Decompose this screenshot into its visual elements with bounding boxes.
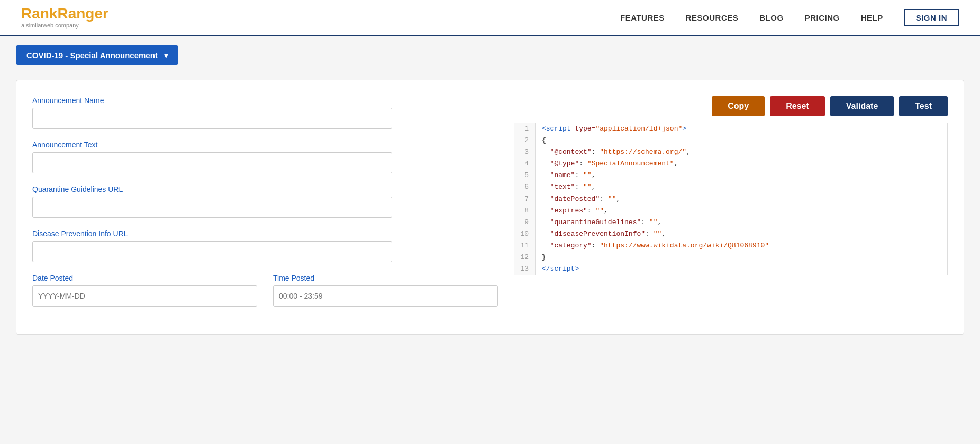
line-number: 3: [514, 146, 536, 158]
line-content: </script>: [536, 263, 579, 275]
sign-in-button[interactable]: SIGN IN: [904, 9, 959, 26]
line-content: "text": "",: [536, 181, 595, 193]
line-content: "expires": "",: [536, 205, 608, 217]
code-line: 12}: [514, 252, 947, 263]
line-content: "datePosted": "",: [536, 193, 620, 205]
code-section: Copy Reset Validate Test 1<script type="…: [514, 96, 948, 318]
logo-sub: a similarweb company: [21, 22, 108, 29]
line-number: 12: [514, 252, 536, 263]
line-content: "quarantineGuidelines": "",: [536, 217, 661, 228]
copy-button[interactable]: Copy: [712, 96, 765, 116]
schema-type-dropdown[interactable]: COVID-19 - Special Announcement ▾: [16, 45, 178, 65]
quarantine-guidelines-input[interactable]: [32, 197, 392, 218]
line-content: "@context": "https://schema.org/",: [536, 146, 691, 158]
line-content: }: [536, 252, 546, 263]
chevron-down-icon: ▾: [164, 51, 168, 60]
time-posted-group: Time Posted: [273, 274, 498, 307]
code-line: 6 "text": "",: [514, 181, 947, 193]
announcement-text-label: Announcement Text: [32, 141, 498, 149]
time-posted-input[interactable]: [273, 285, 498, 307]
line-content: "name": "",: [536, 170, 595, 181]
date-time-row: Date Posted Time Posted: [32, 274, 498, 318]
line-number: 5: [514, 170, 536, 181]
main-nav: FEATURES RESOURCES BLOG PRICING HELP SIG…: [620, 9, 959, 26]
line-number: 9: [514, 217, 536, 228]
nav-blog[interactable]: BLOG: [759, 13, 783, 22]
disease-prevention-label: Disease Prevention Info URL: [32, 229, 498, 238]
line-number: 8: [514, 205, 536, 217]
logo-text: RankRanger: [21, 6, 108, 21]
quarantine-guidelines-label: Quarantine Guidelines URL: [32, 185, 498, 193]
code-line: 11 "category": "https://www.wikidata.org…: [514, 240, 947, 252]
code-line: 2{: [514, 135, 947, 146]
line-number: 4: [514, 158, 536, 170]
line-number: 2: [514, 135, 536, 146]
disease-prevention-input[interactable]: [32, 241, 392, 262]
line-content: "category": "https://www.wikidata.org/wi…: [536, 240, 769, 252]
line-number: 7: [514, 193, 536, 205]
dropdown-bar: COVID-19 - Special Announcement ▾: [0, 36, 980, 75]
code-line: 1<script type="application/ld+json">: [514, 123, 947, 135]
nav-pricing[interactable]: PRICING: [805, 13, 840, 22]
nav-help[interactable]: HELP: [861, 13, 883, 22]
code-line: 10 "diseasePreventionInfo": "",: [514, 228, 947, 240]
announcement-name-label: Announcement Name: [32, 96, 498, 105]
nav-resources[interactable]: RESOURCES: [686, 13, 739, 22]
logo-rank: Rank: [21, 5, 57, 22]
logo-ranger: Ranger: [57, 5, 108, 22]
nav-features[interactable]: FEATURES: [620, 13, 665, 22]
line-content: "diseasePreventionInfo": "",: [536, 228, 666, 240]
line-number: 13: [514, 263, 536, 275]
code-line: 4 "@type": "SpecialAnnouncement",: [514, 158, 947, 170]
code-line: 9 "quarantineGuidelines": "",: [514, 217, 947, 228]
announcement-text-group: Announcement Text: [32, 141, 498, 173]
header: RankRanger a similarweb company FEATURES…: [0, 0, 980, 36]
quarantine-guidelines-group: Quarantine Guidelines URL: [32, 185, 498, 218]
date-posted-input[interactable]: [32, 285, 257, 307]
test-button[interactable]: Test: [899, 96, 948, 116]
line-content: <script type="application/ld+json">: [536, 123, 686, 135]
line-number: 1: [514, 123, 536, 135]
line-number: 11: [514, 240, 536, 252]
reset-button[interactable]: Reset: [770, 96, 825, 116]
main-content: Announcement Name Announcement Text Quar…: [16, 80, 964, 335]
logo: RankRanger a similarweb company: [21, 6, 108, 29]
announcement-name-input[interactable]: [32, 108, 392, 129]
date-posted-label: Date Posted: [32, 274, 257, 282]
code-line: 7 "datePosted": "",: [514, 193, 947, 205]
line-content: {: [536, 135, 546, 146]
announcement-name-group: Announcement Name: [32, 96, 498, 129]
form-section: Announcement Name Announcement Text Quar…: [32, 96, 498, 318]
line-number: 6: [514, 181, 536, 193]
disease-prevention-group: Disease Prevention Info URL: [32, 229, 498, 262]
code-block: 1<script type="application/ld+json">2{3 …: [514, 123, 948, 275]
code-line: 8 "expires": "",: [514, 205, 947, 217]
code-line: 5 "name": "",: [514, 170, 947, 181]
line-number: 10: [514, 228, 536, 240]
validate-button[interactable]: Validate: [830, 96, 894, 116]
code-line: 3 "@context": "https://schema.org/",: [514, 146, 947, 158]
date-posted-group: Date Posted: [32, 274, 257, 307]
dropdown-selected-label: COVID-19 - Special Announcement: [26, 51, 158, 60]
announcement-text-input[interactable]: [32, 152, 392, 173]
line-content: "@type": "SpecialAnnouncement",: [536, 158, 678, 170]
code-line: 13</script>: [514, 263, 947, 275]
time-posted-label: Time Posted: [273, 274, 498, 282]
code-toolbar: Copy Reset Validate Test: [514, 96, 948, 116]
